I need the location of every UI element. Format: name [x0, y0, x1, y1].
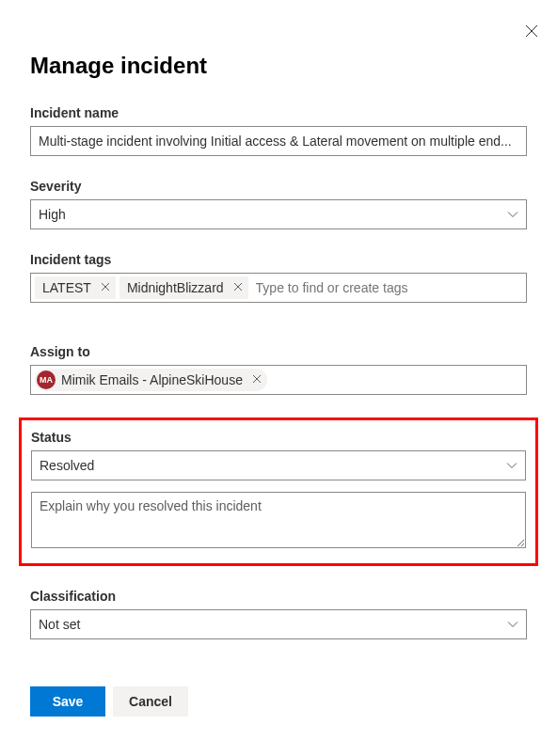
field-incident-name: Incident name: [30, 105, 527, 156]
field-status: Status Resolved: [31, 430, 526, 480]
tags-text-input[interactable]: [252, 278, 522, 297]
cancel-button[interactable]: Cancel: [113, 686, 188, 717]
status-value: Resolved: [40, 458, 506, 473]
status-label: Status: [31, 430, 526, 445]
assignee-chip: MA Mimik Emails - AlpineSkiHouse: [35, 369, 267, 391]
tag-remove-button[interactable]: [101, 281, 110, 294]
field-severity: Severity High: [30, 179, 527, 229]
status-select[interactable]: Resolved: [31, 450, 526, 480]
severity-select[interactable]: High: [30, 199, 527, 229]
tag-remove-button[interactable]: [233, 281, 243, 294]
incident-tags-label: Incident tags: [30, 252, 527, 267]
severity-label: Severity: [30, 179, 527, 194]
close-icon: [233, 281, 243, 294]
field-assign-to: Assign to MA Mimik Emails - AlpineSkiHou…: [30, 344, 527, 395]
assignee-remove-button[interactable]: [252, 373, 262, 386]
tag-latest: LATEST: [35, 276, 116, 299]
tag-label: LATEST: [42, 280, 91, 295]
tag-midnightblizzard: MidnightBlizzard: [119, 276, 248, 299]
chevron-down-icon: [506, 460, 517, 471]
button-row: Save Cancel: [30, 686, 527, 717]
status-explanation-textarea[interactable]: [31, 492, 526, 548]
field-classification: Classification Not set: [30, 589, 527, 639]
close-icon: [101, 281, 110, 294]
page-title: Manage incident: [30, 53, 527, 79]
assign-to-input[interactable]: MA Mimik Emails - AlpineSkiHouse: [30, 365, 527, 395]
severity-value: High: [39, 207, 507, 222]
classification-value: Not set: [39, 617, 507, 632]
status-highlight-box: Status Resolved: [19, 417, 538, 566]
close-icon: [525, 24, 538, 40]
incident-tags-input-wrap[interactable]: LATEST MidnightBlizzard: [30, 273, 527, 303]
field-status-explanation: [31, 492, 526, 552]
close-icon: [252, 373, 262, 386]
chevron-down-icon: [507, 209, 518, 220]
field-incident-tags: Incident tags LATEST MidnightBlizzard: [30, 252, 527, 303]
incident-name-label: Incident name: [30, 105, 527, 120]
avatar: MA: [37, 370, 56, 389]
save-button[interactable]: Save: [30, 686, 105, 717]
chevron-down-icon: [507, 619, 518, 630]
tag-label: MidnightBlizzard: [127, 280, 224, 295]
close-button[interactable]: [525, 24, 538, 40]
classification-select[interactable]: Not set: [30, 609, 527, 639]
assign-to-label: Assign to: [30, 344, 527, 359]
classification-label: Classification: [30, 589, 527, 604]
incident-name-input[interactable]: [30, 126, 527, 156]
assignee-name: Mimik Emails - AlpineSkiHouse: [61, 372, 243, 387]
